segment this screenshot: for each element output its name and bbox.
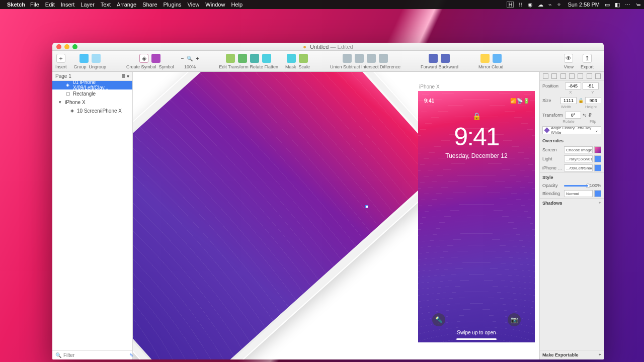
- backward-button[interactable]: [441, 54, 450, 63]
- menu-arrange[interactable]: Arrange: [117, 2, 136, 8]
- status-wifi-icon[interactable]: ᯤ: [557, 2, 562, 8]
- order-label: Forward Backward: [421, 64, 458, 69]
- zoom-label: 100%: [184, 64, 196, 69]
- menu-layer[interactable]: Layer: [80, 2, 95, 8]
- override-screen-swatch[interactable]: [594, 146, 601, 153]
- search-icon: 🔍: [55, 352, 61, 358]
- menu-file[interactable]: File: [30, 2, 39, 8]
- user-badge[interactable]: H: [507, 2, 514, 8]
- menu-share[interactable]: Share: [142, 2, 157, 8]
- window-zoom-button[interactable]: [72, 44, 77, 49]
- window-titlebar[interactable]: ● Untitled — Edited: [52, 43, 604, 51]
- blending-select[interactable]: Normal: [564, 190, 593, 197]
- mirror-cloud-label: Mirror Cloud: [478, 64, 504, 69]
- layer-row[interactable]: ◈01 iPhone X/09/Left/Clay...: [52, 81, 132, 89]
- override-screen-label: Screen: [542, 147, 562, 152]
- make-exportable[interactable]: Make Exportable+: [540, 350, 604, 359]
- artboard-expand-icon[interactable]: ▾: [57, 100, 62, 105]
- lock-time: 9:41: [418, 122, 535, 151]
- layer-row[interactable]: ▾iPhone X: [52, 98, 132, 107]
- layer-row[interactable]: ▢Rectangle: [52, 89, 132, 98]
- forward-button[interactable]: [429, 54, 438, 63]
- artboard-label[interactable]: iPhone X: [419, 84, 440, 89]
- artboard-iphone-x[interactable]: 9:41 📶 📡 🔋 🔒 9:41 Tuesday, December 12 🔦…: [418, 91, 535, 342]
- view-button[interactable]: 👁: [564, 54, 573, 63]
- symbol-picker[interactable]: Angle Library...eft/Clay White⌄: [542, 126, 601, 134]
- transform-button[interactable]: [238, 54, 247, 63]
- width-input[interactable]: [560, 97, 577, 104]
- ungroup-button[interactable]: [92, 54, 101, 63]
- zoom-control[interactable]: −🔍+: [181, 53, 199, 64]
- layer-row[interactable]: ◈10 Screen/iPhone X: [52, 107, 132, 115]
- menu-help[interactable]: Help: [231, 2, 243, 8]
- flip-h-icon[interactable]: ⇋: [583, 113, 587, 118]
- menubar-clock[interactable]: Sun 2:58 PM: [568, 2, 600, 8]
- add-shadow-icon[interactable]: +: [599, 201, 601, 206]
- filter-input[interactable]: [63, 352, 127, 358]
- opacity-slider[interactable]: [564, 185, 588, 187]
- symbol-button[interactable]: [151, 54, 160, 63]
- menu-view[interactable]: View: [188, 2, 200, 8]
- rotate-button[interactable]: [250, 54, 259, 63]
- override-iphonex-swatch[interactable]: [594, 164, 601, 171]
- blending-chevron-icon[interactable]: [594, 190, 601, 197]
- mirror-button[interactable]: [480, 54, 490, 63]
- status-dots-icon[interactable]: ⁝⁝: [519, 2, 523, 8]
- menu-text[interactable]: Text: [101, 2, 111, 8]
- cloud-button[interactable]: [493, 54, 502, 63]
- menu-insert[interactable]: Insert: [61, 2, 75, 8]
- status-headphones-icon[interactable]: ⌁: [548, 2, 552, 8]
- window-close-button[interactable]: [56, 44, 61, 49]
- override-screen-value[interactable]: Choose Image: [564, 146, 593, 153]
- subtract-button[interactable]: [355, 54, 364, 63]
- chevron-down-icon: ⌄: [595, 128, 599, 133]
- status-spotlight-icon[interactable]: ⋯: [625, 2, 630, 8]
- status-control-icon[interactable]: ▭: [605, 2, 610, 8]
- add-export-icon[interactable]: +: [599, 352, 601, 357]
- difference-button[interactable]: [379, 54, 388, 63]
- override-light-value[interactable]: ...rary/Color/01 White: [564, 155, 593, 162]
- app-menu[interactable]: Sketch: [7, 2, 25, 8]
- height-input[interactable]: [585, 97, 601, 104]
- lock-aspect-icon[interactable]: 🔒: [578, 98, 584, 103]
- style-header: Style: [540, 172, 604, 182]
- status-menu-icon[interactable]: ≔: [635, 2, 641, 8]
- group-button[interactable]: [79, 54, 89, 63]
- mask-button[interactable]: [287, 54, 296, 63]
- union-button[interactable]: [343, 54, 352, 63]
- blending-label: Blending: [542, 191, 562, 196]
- lock-icon: 🔒: [472, 112, 481, 120]
- alignment-controls[interactable]: [540, 72, 604, 81]
- pos-y-input[interactable]: [583, 82, 599, 89]
- flip-v-icon[interactable]: ⇵: [588, 113, 592, 118]
- status-rec-icon[interactable]: ◉: [528, 2, 533, 8]
- shadows-header[interactable]: Shadows+: [540, 198, 604, 208]
- intersect-button[interactable]: [367, 54, 376, 63]
- layers-panel: Page 1≣ ▾ ◈01 iPhone X/09/Left/Clay... ▢…: [52, 72, 133, 359]
- menu-edit[interactable]: Edit: [45, 2, 55, 8]
- opacity-value[interactable]: 100%: [590, 183, 601, 188]
- flatten-button[interactable]: [262, 54, 271, 63]
- status-cloud-icon[interactable]: ☁: [538, 2, 543, 8]
- canvas[interactable]: Swipe up to open iPhone X 9:41 📶 📡 🔋 🔒 9…: [133, 72, 539, 359]
- flashlight-button: 🔦: [432, 313, 445, 326]
- create-symbol-button[interactable]: ◈: [139, 54, 148, 63]
- override-light-label: Light: [542, 156, 562, 161]
- status-siri-icon[interactable]: ◧: [615, 2, 620, 8]
- window-minimize-button[interactable]: [64, 44, 69, 49]
- pos-x-input[interactable]: [565, 82, 581, 89]
- iphone-mockup-rotated[interactable]: [133, 72, 459, 359]
- layer-filter[interactable]: 🔍 ✎▢: [52, 350, 132, 359]
- scale-button[interactable]: [299, 54, 308, 63]
- menu-window[interactable]: Window: [205, 2, 225, 8]
- insert-button[interactable]: ＋: [56, 54, 65, 63]
- symbol-instance-icon: ◈: [65, 82, 70, 87]
- menu-plugins[interactable]: Plugins: [164, 2, 182, 8]
- angle-input[interactable]: [565, 112, 581, 119]
- export-button[interactable]: ↥: [583, 54, 592, 63]
- override-iphonex-value[interactable]: .../09/Left/Shadow/4: [564, 164, 593, 171]
- symbol-instance-icon: ◈: [69, 108, 74, 113]
- override-light-swatch[interactable]: [594, 155, 601, 162]
- selection-handle[interactable]: [365, 205, 368, 208]
- edit-button[interactable]: [226, 54, 235, 63]
